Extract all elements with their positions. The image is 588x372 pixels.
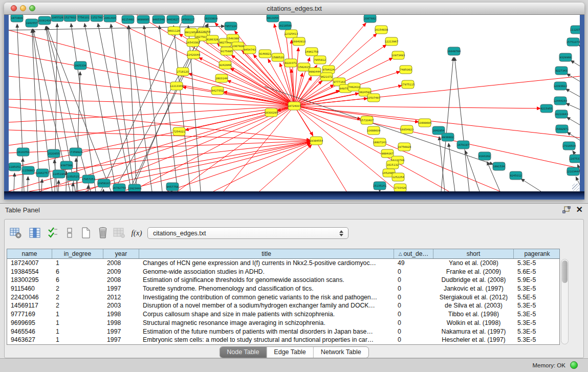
column-header-year[interactable]: year bbox=[103, 249, 139, 258]
table-cell[interactable]: Disruption of a novel member of a sodium… bbox=[139, 301, 394, 310]
graph-node[interactable]: 16654923 bbox=[400, 125, 413, 134]
table-cell[interactable]: 0 bbox=[394, 285, 433, 293]
graph-node[interactable]: 1615132 bbox=[386, 161, 399, 169]
table-cell[interactable]: 0 bbox=[394, 268, 433, 276]
table-cell[interactable]: 0 bbox=[394, 319, 433, 327]
table-scrollbar[interactable] bbox=[561, 259, 569, 344]
table-cell[interactable]: Tibbo et al. (1998) bbox=[433, 310, 514, 319]
graph-node[interactable]: 7756101 bbox=[77, 15, 90, 21]
graph-node[interactable]: 2061404 bbox=[104, 15, 116, 22]
graph-node[interactable]: 9884067 bbox=[381, 149, 394, 158]
column-header-short[interactable]: short bbox=[433, 249, 514, 258]
table-cell[interactable]: 1 bbox=[52, 259, 103, 268]
graph-node[interactable]: 14961758 bbox=[305, 48, 318, 56]
table-select-dropdown[interactable]: citations_edges.txt bbox=[147, 227, 349, 239]
graph-node[interactable]: 9990444 bbox=[309, 68, 321, 76]
column-header-name[interactable]: name bbox=[7, 249, 52, 258]
table-cell[interactable]: 0 bbox=[394, 327, 433, 336]
graph-node[interactable]: 9245012 bbox=[510, 171, 522, 180]
table-cell[interactable]: 1997 bbox=[103, 336, 139, 344]
tab-node-table[interactable]: Node Table bbox=[220, 347, 267, 358]
function-builder-icon[interactable]: f(x) bbox=[129, 226, 144, 240]
table-cell[interactable]: Structural magnetic resonance image aver… bbox=[139, 319, 394, 327]
table-cell[interactable]: 2 bbox=[52, 285, 103, 293]
import-table-icon[interactable] bbox=[112, 226, 126, 240]
table-cell[interactable]: 18300295 bbox=[7, 276, 52, 285]
graph-node[interactable]: 9193262 bbox=[478, 152, 491, 160]
graph-node[interactable]: 1252254 bbox=[392, 173, 404, 181]
close-panel-icon[interactable]: ✕ bbox=[576, 205, 583, 214]
graph-node[interactable]: 16640910 bbox=[292, 37, 306, 46]
table-cell[interactable]: 5.3E-5 bbox=[514, 259, 560, 268]
graph-node[interactable]: 9115460 bbox=[122, 15, 134, 24]
graph-node[interactable]: 14569117 bbox=[181, 15, 194, 24]
table-cell[interactable]: Estimation of the future numbers of pati… bbox=[139, 327, 394, 336]
table-cell[interactable]: 0 bbox=[394, 293, 433, 302]
graph-node[interactable]: 18807243 bbox=[373, 138, 386, 146]
graph-node[interactable]: 17016504 bbox=[562, 142, 576, 150]
table-scrollbar-thumb[interactable] bbox=[562, 260, 568, 283]
table-cell[interactable]: Yano et al. (2008) bbox=[433, 259, 514, 268]
table-cell[interactable]: Wolkin et al. (1998) bbox=[433, 319, 514, 327]
select-mode-icon[interactable] bbox=[46, 226, 60, 240]
graph-node[interactable]: 12444154 bbox=[554, 97, 568, 105]
graph-node[interactable]: 7857224 bbox=[225, 22, 237, 30]
graph-node[interactable]: 7955812 bbox=[314, 56, 326, 64]
graph-node[interactable]: 9621072 bbox=[320, 73, 333, 81]
column-view-icon[interactable] bbox=[28, 226, 42, 240]
table-cell[interactable]: 1 bbox=[52, 336, 103, 344]
table-cell[interactable]: 2012 bbox=[103, 293, 139, 302]
graph-node[interactable]: 2087682 bbox=[364, 15, 376, 23]
table-cell[interactable]: 5.3E-5 bbox=[514, 301, 560, 310]
graph-node[interactable]: 16210643 bbox=[555, 110, 568, 118]
graph-node[interactable]: 10507487 bbox=[367, 94, 380, 102]
column-header-in-degree[interactable]: in_degree bbox=[52, 249, 103, 258]
graph-node[interactable]: 2367608 bbox=[232, 42, 244, 50]
table-cell[interactable]: Hescheler et al. (1997) bbox=[433, 336, 514, 344]
graph-node[interactable]: 9457758 bbox=[166, 183, 179, 191]
table-cell[interactable]: 0 bbox=[394, 310, 433, 319]
table-cell[interactable]: 1 bbox=[52, 327, 103, 336]
graph-node[interactable]: 1145194 bbox=[53, 170, 65, 178]
table-cell[interactable]: 9115460 bbox=[7, 285, 52, 293]
graph-node[interactable]: 10973493 bbox=[391, 51, 405, 59]
table-cell[interactable]: 2008 bbox=[103, 276, 139, 285]
table-cell[interactable]: 2 bbox=[52, 301, 103, 310]
graph-node[interactable]: 9699695 bbox=[137, 15, 149, 24]
graph-node[interactable]: 11675335 bbox=[569, 155, 580, 163]
table-cell[interactable]: 2009 bbox=[103, 268, 139, 276]
graph-node[interactable]: 10688609 bbox=[367, 126, 380, 135]
graph-node[interactable]: 12325413 bbox=[285, 30, 298, 38]
delete-table-icon[interactable] bbox=[96, 226, 110, 240]
table-cell[interactable]: 5.3E-5 bbox=[514, 285, 560, 293]
graph-node[interactable]: 1562615 bbox=[298, 63, 310, 71]
graph-node[interactable]: 16782759 bbox=[113, 184, 126, 191]
table-cell[interactable]: 18724007 bbox=[7, 259, 52, 268]
graph-node[interactable]: 12213349 bbox=[170, 82, 183, 90]
graph-node[interactable]: 17975115 bbox=[401, 80, 415, 89]
table-cell[interactable]: 2003 bbox=[103, 301, 139, 310]
graph-node[interactable]: 1065528 bbox=[51, 15, 63, 21]
graph-node[interactable]: 8215955 bbox=[540, 104, 553, 113]
graph-node[interactable]: 7462616 bbox=[348, 83, 360, 91]
graph-node[interactable]: 16648784 bbox=[447, 47, 461, 55]
table-cell[interactable]: 22420046 bbox=[7, 293, 52, 302]
graph-node[interactable]: 2020655 bbox=[48, 149, 60, 158]
graph-node[interactable]: 11120744 bbox=[570, 26, 580, 34]
table-cell[interactable]: 9463627 bbox=[7, 336, 52, 344]
table-cell[interactable]: 5.3E-5 bbox=[514, 310, 560, 319]
graph-node[interactable]: 12103444 bbox=[567, 167, 580, 176]
window-resize-grip[interactable] bbox=[572, 184, 579, 191]
graph-node[interactable]: 8813054 bbox=[267, 15, 279, 22]
table-cell[interactable]: 49 bbox=[394, 259, 433, 268]
graph-node[interactable]: 2616059 bbox=[17, 148, 29, 156]
table-cell[interactable]: Corpus callosum shape and size in male p… bbox=[139, 310, 394, 319]
table-cell[interactable]: Nakamura et al. (1997) bbox=[433, 327, 514, 336]
table-cell[interactable]: Investigating the contribution of common… bbox=[139, 293, 394, 302]
graph-node[interactable]: 12942757 bbox=[36, 169, 49, 177]
table-cell[interactable]: Jankovic et al. (1997) bbox=[433, 285, 514, 293]
graph-node[interactable]: 2905334 bbox=[74, 61, 86, 70]
table-cell[interactable]: 14569117 bbox=[7, 301, 52, 310]
table-cell[interactable]: 5.6E-5 bbox=[514, 268, 560, 276]
graph-node[interactable]: 19756928 bbox=[398, 143, 411, 151]
